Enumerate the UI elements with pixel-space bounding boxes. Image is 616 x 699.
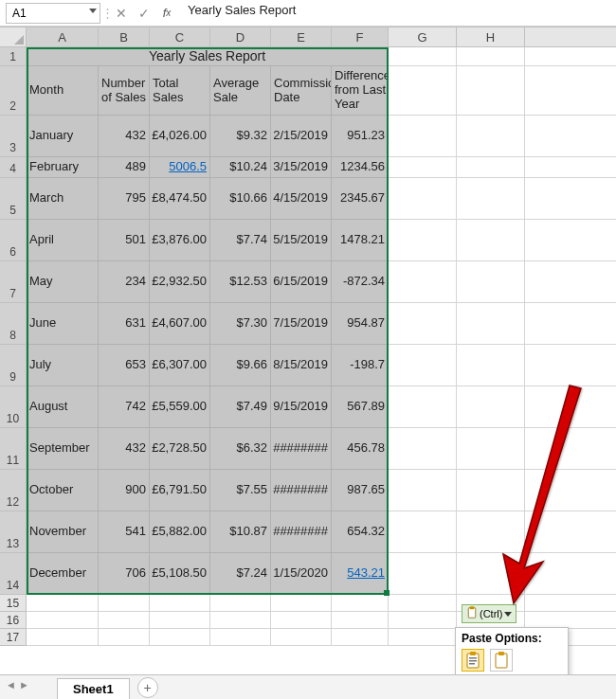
row-header[interactable]: 8 — [0, 303, 27, 345]
cell[interactable] — [389, 553, 457, 595]
cell-date[interactable]: 2/15/2019 — [271, 116, 332, 157]
cell-month[interactable]: September — [27, 428, 99, 470]
cell[interactable] — [99, 629, 150, 646]
cell[interactable] — [457, 261, 525, 303]
cell[interactable] — [525, 66, 616, 116]
name-box[interactable]: A1 — [6, 3, 100, 24]
cell[interactable] — [150, 612, 210, 629]
cell[interactable] — [389, 116, 457, 157]
select-all-corner[interactable] — [0, 27, 27, 46]
col-header-C[interactable]: C — [150, 27, 210, 46]
cell-total[interactable]: £6,307.00 — [150, 345, 210, 386]
cell[interactable] — [457, 553, 525, 595]
cell-number[interactable]: 653 — [99, 345, 150, 386]
cell-month[interactable]: June — [27, 303, 99, 345]
cell-date[interactable]: ######## — [271, 470, 332, 511]
row-header[interactable]: 9 — [0, 345, 27, 386]
cell-avg[interactable]: $7.49 — [210, 386, 271, 428]
cell-date[interactable]: 3/15/2019 — [271, 157, 332, 178]
cell-total[interactable]: £5,559.00 — [150, 386, 210, 428]
cell[interactable] — [525, 428, 616, 470]
cell[interactable] — [525, 157, 616, 178]
cell-date[interactable]: 4/15/2019 — [271, 178, 332, 220]
cell[interactable] — [525, 345, 616, 386]
cell-avg[interactable]: $6.32 — [210, 428, 271, 470]
cell[interactable] — [525, 261, 616, 303]
cell-avg[interactable]: $10.24 — [210, 157, 271, 178]
cell-diff[interactable]: 1234.56 — [332, 157, 389, 178]
header-date[interactable]: Commission Date — [271, 66, 332, 116]
cell[interactable] — [457, 428, 525, 470]
cell-diff[interactable]: 654.32 — [332, 511, 389, 553]
cell-date[interactable]: 7/15/2019 — [271, 303, 332, 345]
cell-number[interactable]: 501 — [99, 220, 150, 261]
cell-total[interactable]: £6,791.50 — [150, 470, 210, 511]
cell-number[interactable]: 541 — [99, 511, 150, 553]
formula-input[interactable]: Yearly Sales Report — [188, 3, 610, 24]
cell[interactable] — [389, 261, 457, 303]
cell-number[interactable]: 432 — [99, 116, 150, 157]
cell[interactable] — [389, 470, 457, 511]
cell-diff[interactable]: -872.34 — [332, 261, 389, 303]
cell[interactable] — [457, 345, 525, 386]
cell-total[interactable]: £3,876.00 — [150, 220, 210, 261]
row-header[interactable]: 10 — [0, 386, 27, 428]
cell[interactable] — [525, 553, 616, 595]
cell[interactable] — [332, 612, 389, 629]
cell-avg[interactable]: $9.32 — [210, 116, 271, 157]
cell[interactable] — [389, 157, 457, 178]
paste-default-button[interactable] — [462, 649, 484, 672]
row-header[interactable]: 6 — [0, 220, 27, 261]
paste-smart-tag[interactable]: (Ctrl) — [462, 604, 516, 623]
cell-diff[interactable]: 567.89 — [332, 386, 389, 428]
cell-date[interactable]: 9/15/2019 — [271, 386, 332, 428]
cell-month[interactable]: January — [27, 116, 99, 157]
cell-total[interactable]: £4,026.00 — [150, 116, 210, 157]
cell-diff[interactable]: 456.78 — [332, 428, 389, 470]
cell[interactable] — [525, 595, 616, 612]
cell[interactable] — [210, 595, 271, 612]
cell-number[interactable]: 706 — [99, 553, 150, 595]
cell-avg[interactable]: $10.87 — [210, 511, 271, 553]
cell-date[interactable]: ######## — [271, 428, 332, 470]
col-header-G[interactable]: G — [389, 27, 457, 46]
col-header-B[interactable]: B — [99, 27, 150, 46]
header-month[interactable]: Month — [27, 66, 99, 116]
cell-diff[interactable]: 951.23 — [332, 116, 389, 157]
cell-diff[interactable]: -198.7 — [332, 345, 389, 386]
cell-date[interactable]: 5/15/2019 — [271, 220, 332, 261]
row-header[interactable]: 4 — [0, 157, 27, 178]
cell[interactable] — [271, 629, 332, 646]
cell[interactable] — [389, 595, 457, 612]
cell-avg[interactable]: $7.55 — [210, 470, 271, 511]
cell[interactable] — [389, 66, 457, 116]
cell[interactable] — [210, 612, 271, 629]
row-header[interactable]: 12 — [0, 470, 27, 511]
cell-avg[interactable]: $7.74 — [210, 220, 271, 261]
cell[interactable] — [457, 303, 525, 345]
cell[interactable] — [525, 386, 616, 428]
cell-number[interactable]: 432 — [99, 428, 150, 470]
cell-total[interactable]: £5,108.50 — [150, 553, 210, 595]
cell[interactable] — [457, 470, 525, 511]
cell[interactable] — [210, 629, 271, 646]
cell[interactable] — [389, 428, 457, 470]
cell[interactable] — [525, 303, 616, 345]
cell[interactable] — [389, 47, 457, 66]
cell-number[interactable]: 795 — [99, 178, 150, 220]
row-header[interactable]: 1 — [0, 47, 27, 66]
sheet-tab[interactable]: Sheet1 — [57, 678, 130, 699]
col-header-D[interactable]: D — [210, 27, 271, 46]
cell[interactable] — [525, 220, 616, 261]
cell-date[interactable]: 6/15/2019 — [271, 261, 332, 303]
cell-month[interactable]: April — [27, 220, 99, 261]
cancel-icon[interactable]: ✕ — [110, 3, 133, 24]
cell[interactable] — [27, 595, 99, 612]
cell[interactable] — [525, 511, 616, 553]
cell[interactable] — [271, 595, 332, 612]
row-header[interactable]: 14 — [0, 553, 27, 595]
cell[interactable] — [99, 612, 150, 629]
cell[interactable] — [457, 511, 525, 553]
cell-number[interactable]: 900 — [99, 470, 150, 511]
cell-avg[interactable]: $7.30 — [210, 303, 271, 345]
